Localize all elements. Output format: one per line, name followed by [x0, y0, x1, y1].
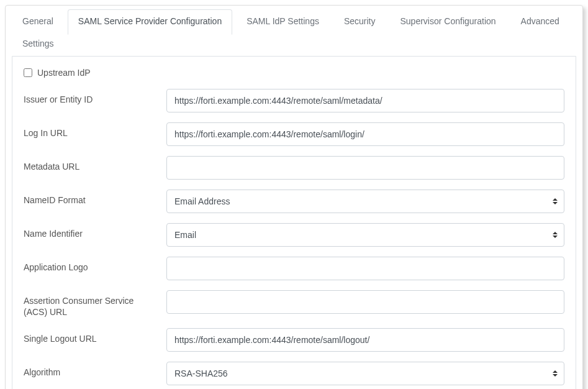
app-logo-input[interactable]	[166, 257, 564, 280]
tab-security[interactable]: Security	[333, 9, 386, 35]
login-url-label: Log In URL	[24, 122, 159, 139]
name-identifier-label: Name Identifier	[24, 223, 159, 240]
tab-settings[interactable]: Settings	[12, 34, 65, 57]
upstream-idp-checkbox[interactable]	[24, 68, 32, 77]
tab-saml-sp-config[interactable]: SAML Service Provider Configuration	[68, 9, 232, 35]
slo-url-label: Single Logout URL	[24, 328, 159, 345]
name-identifier-select[interactable]: Email	[166, 223, 564, 247]
algorithm-row: Algorithm RSA-SHA256	[24, 362, 564, 385]
config-panel: General SAML Service Provider Configurat…	[5, 5, 583, 389]
acs-url-row: Assertion Consumer Service (ACS) URL	[24, 290, 564, 319]
metadata-url-input[interactable]	[166, 156, 564, 180]
login-url-input[interactable]	[166, 122, 564, 146]
app-logo-row: Application Logo	[24, 257, 564, 280]
tab-general[interactable]: General	[12, 9, 64, 35]
issuer-label: Issuer or Entity ID	[24, 89, 159, 106]
metadata-url-row: Metadata URL	[24, 156, 564, 180]
upstream-idp-row: Upstream IdP	[24, 68, 564, 78]
slo-url-input[interactable]	[166, 328, 564, 352]
issuer-row: Issuer or Entity ID	[24, 89, 564, 112]
acs-url-label: Assertion Consumer Service (ACS) URL	[24, 290, 159, 319]
algorithm-select[interactable]: RSA-SHA256	[166, 362, 564, 385]
login-url-row: Log In URL	[24, 122, 564, 146]
tab-supervisor-config[interactable]: Supervisor Configuration	[390, 9, 507, 35]
tab-advanced[interactable]: Advanced	[510, 9, 570, 35]
slo-url-row: Single Logout URL	[24, 328, 564, 352]
issuer-input[interactable]	[166, 89, 564, 112]
app-logo-label: Application Logo	[24, 257, 159, 273]
nameid-format-select[interactable]: Email Address	[166, 190, 564, 213]
nameid-format-label: NameID Format	[24, 190, 159, 206]
tab-saml-idp-settings[interactable]: SAML IdP Settings	[236, 9, 330, 35]
upstream-idp-label[interactable]: Upstream IdP	[37, 68, 91, 78]
nameid-format-row: NameID Format Email Address	[24, 190, 564, 213]
acs-url-input[interactable]	[166, 290, 564, 314]
saml-sp-pane: Upstream IdP Issuer or Entity ID Log In …	[12, 56, 576, 389]
tab-bar: General SAML Service Provider Configurat…	[6, 6, 582, 57]
metadata-url-label: Metadata URL	[24, 156, 159, 173]
algorithm-label: Algorithm	[24, 362, 159, 378]
name-identifier-row: Name Identifier Email	[24, 223, 564, 247]
